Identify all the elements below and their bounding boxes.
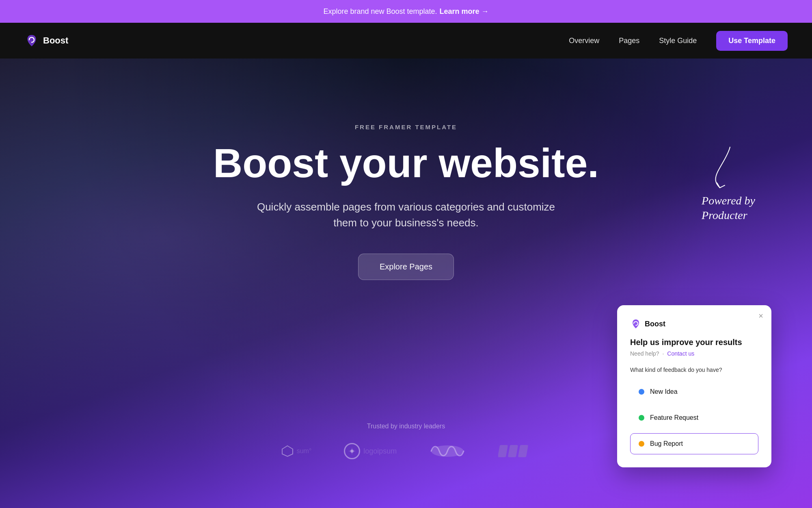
logo-wave [429, 443, 466, 459]
powered-by-arrow [706, 143, 738, 192]
feature-request-dot [639, 415, 644, 421]
svg-rect-4 [508, 445, 518, 457]
announcement-bar: Explore brand new Boost template. Learn … [0, 0, 812, 23]
modal-question: What kind of feedback do you have? [630, 367, 758, 373]
new-idea-label: New Idea [650, 388, 678, 395]
announcement-text: Explore brand new Boost template. [323, 7, 437, 16]
nav-logo: Boost [24, 33, 68, 48]
use-template-button[interactable]: Use Template [716, 31, 788, 51]
logo-logoipsum: logoipsum [344, 443, 397, 459]
nav-link-pages[interactable]: Pages [619, 37, 639, 45]
feedback-modal: × Boost Help us improve your results Nee… [617, 305, 771, 467]
bug-report-label: Bug Report [650, 440, 683, 447]
svg-point-2 [431, 445, 464, 457]
hero-section: Powered byProducter FREE FRAMER TEMPLATE… [0, 59, 812, 508]
nav-link-overview[interactable]: Overview [569, 37, 599, 45]
modal-logo: Boost [630, 318, 758, 330]
nav-link-style-guide[interactable]: Style Guide [659, 37, 697, 45]
boost-logo-icon [24, 33, 39, 48]
trusted-logos: sum° logoipsum [281, 443, 531, 459]
navbar: Boost Overview Pages Style Guide Use Tem… [0, 23, 812, 59]
feedback-option-feature-request[interactable]: Feature Request [630, 407, 758, 428]
bug-report-dot [639, 441, 644, 447]
logo-slashes [498, 443, 531, 459]
nav-logo-text: Boost [43, 35, 68, 46]
feedback-option-new-idea[interactable]: New Idea [630, 381, 758, 402]
powered-by-annotation: Powered byProducter [702, 140, 755, 223]
hero-title: Boost your website. [213, 142, 599, 185]
trusted-section: Trusted by industry leaders sum° logoips… [223, 423, 589, 459]
modal-help: Need help? · Contact us [630, 350, 758, 357]
new-idea-dot [639, 389, 644, 395]
modal-close-button[interactable]: × [758, 312, 763, 320]
svg-rect-5 [518, 445, 528, 457]
powered-by-text: Powered byProducter [702, 193, 755, 223]
logo-partial: sum° [281, 445, 312, 457]
modal-logo-text: Boost [645, 320, 665, 328]
modal-title: Help us improve your results [630, 338, 758, 347]
feature-request-label: Feature Request [650, 414, 698, 421]
explore-pages-button[interactable]: Explore Pages [358, 254, 454, 280]
trusted-label: Trusted by industry leaders [367, 423, 445, 430]
svg-marker-0 [282, 446, 293, 456]
nav-links: Overview Pages Style Guide Use Template [569, 31, 788, 51]
hero-subtitle: FREE FRAMER TEMPLATE [355, 124, 457, 130]
svg-rect-3 [498, 445, 508, 457]
feedback-option-bug-report[interactable]: Bug Report [630, 433, 758, 454]
contact-us-link[interactable]: Contact us [667, 350, 694, 357]
hero-description: Quickly assemble pages from various cate… [252, 199, 560, 231]
learn-more-link[interactable]: Learn more → [440, 7, 489, 16]
modal-logo-icon [630, 318, 641, 330]
